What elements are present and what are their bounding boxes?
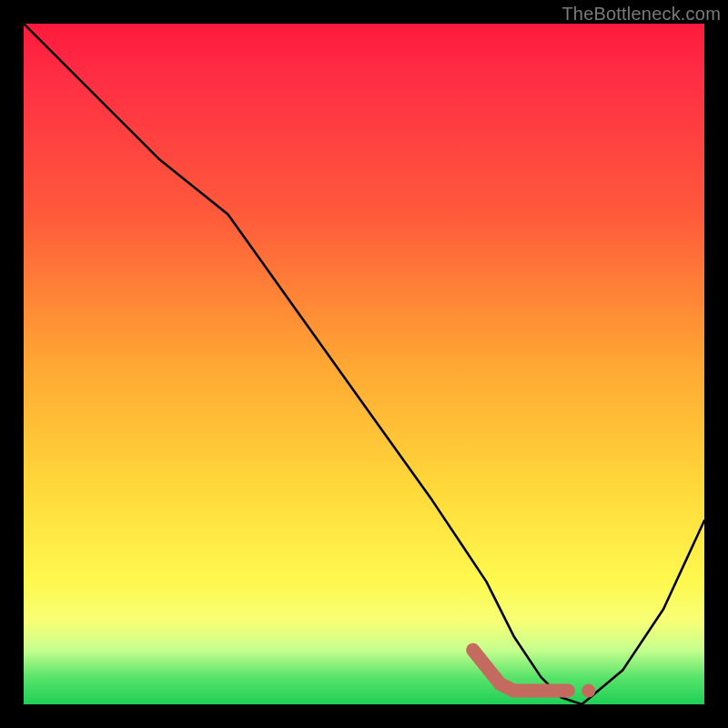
watermark-text: TheBottleneck.com — [561, 4, 721, 25]
chart-overlay — [24, 24, 704, 704]
highlight-elbow-line — [473, 650, 569, 691]
highlight-dot-icon — [581, 684, 595, 698]
bottleneck-curve-line — [24, 24, 704, 704]
chart-frame — [24, 24, 704, 704]
